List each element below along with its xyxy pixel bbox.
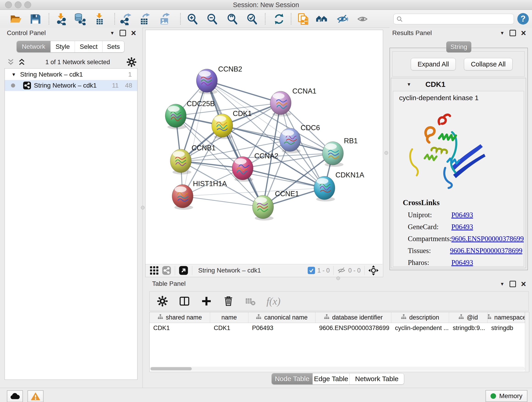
column-header-name[interactable]: name — [210, 312, 248, 323]
first-neighbors-button[interactable] — [315, 13, 328, 26]
memory-button[interactable]: Memory — [486, 390, 527, 402]
table-cell[interactable]: cyclin-dependent ... — [391, 323, 449, 333]
selected-checkbox[interactable] — [308, 267, 315, 274]
table-horizontal-scrollbar[interactable] — [150, 367, 525, 371]
panel-divider-handle[interactable] — [336, 276, 340, 280]
export-network-button[interactable] — [120, 13, 133, 26]
scrollbar-thumb[interactable] — [151, 367, 192, 370]
delete-table-button[interactable] — [244, 295, 256, 307]
column-type-icon — [324, 314, 329, 321]
collapse-all-button[interactable]: Collapse All — [464, 58, 513, 70]
column-header-@id[interactable]: @id — [449, 312, 488, 323]
network-canvas[interactable]: CCNB2CCNA1CDC25BCDK1CDC6RB1CCNB1CCNA2CDK… — [146, 30, 382, 264]
column-header-shared-name[interactable]: shared name — [150, 312, 210, 323]
table-panel-float-icon[interactable] — [510, 281, 516, 287]
zoom-out-button[interactable] — [206, 13, 219, 26]
search-input[interactable] — [405, 15, 511, 23]
statusbar-separator — [192, 266, 192, 275]
expand-all-chevron-icon[interactable] — [18, 58, 26, 66]
table-cell[interactable]: stringdb:9... — [449, 323, 488, 333]
tab-network-table[interactable]: Network Table — [349, 373, 404, 384]
network-node-CCNE1[interactable]: CCNE1 — [253, 190, 299, 220]
expand-all-button[interactable]: Expand All — [411, 58, 456, 70]
crosslink-link[interactable]: P06493 — [451, 211, 473, 219]
duplicate-network-button[interactable] — [297, 13, 310, 26]
network-node-HIST1H1A[interactable]: HIST1H1A — [172, 180, 227, 210]
import-network-from-database-button[interactable] — [73, 13, 86, 26]
fit-crosshair-icon[interactable] — [368, 265, 379, 276]
table-cell[interactable]: CDK1 — [150, 323, 210, 333]
network-node-RB1[interactable]: RB1 — [322, 137, 358, 167]
column-header-canonical-name[interactable]: canonical name — [248, 312, 316, 323]
network-node-CCNA2[interactable]: CCNA2 — [232, 152, 278, 182]
control-panel-menu-icon[interactable]: ▼ — [110, 31, 114, 35]
network-node-CDKN1A[interactable]: CDKN1A — [314, 171, 364, 201]
apply-style-refresh-button[interactable] — [273, 13, 285, 26]
gene-entry-header[interactable]: ▼ CDK1 — [391, 78, 526, 90]
function-builder-button[interactable]: f(x) — [266, 295, 280, 307]
network-node-CDC25B[interactable]: CDC25B — [165, 100, 215, 129]
zoom-selected-button[interactable] — [246, 13, 259, 26]
results-panel-menu-icon[interactable]: ▼ — [500, 31, 505, 35]
crosslink-link[interactable]: P06493 — [451, 223, 473, 231]
column-header-description[interactable]: description — [391, 312, 449, 323]
grid-view-icon[interactable] — [150, 266, 159, 275]
panel-divider-handle[interactable] — [385, 151, 388, 155]
table-cell[interactable]: CDK1 — [210, 323, 248, 333]
gene-description: cyclin-dependent kinase 1 — [399, 94, 479, 102]
network-options-gear-icon[interactable] — [127, 57, 137, 67]
export-table-button[interactable] — [138, 13, 151, 26]
table-vertical-scrollbar[interactable] — [525, 312, 529, 371]
show-columns-button[interactable] — [178, 295, 190, 307]
column-header-database-identifier[interactable]: database identifier — [316, 312, 391, 323]
string-network-icon — [23, 81, 31, 89]
tab-network[interactable]: Network — [17, 41, 51, 52]
table-options-button[interactable] — [157, 295, 168, 307]
create-column-button[interactable] — [201, 295, 212, 307]
hide-selected-button[interactable] — [336, 13, 349, 26]
birdseye-view-icon[interactable] — [179, 266, 188, 275]
results-panel-close-icon[interactable]: × — [521, 31, 526, 36]
gene-collapse-icon[interactable]: ▼ — [407, 82, 411, 87]
network-node-CCNA1[interactable]: CCNA1 — [270, 87, 317, 116]
show-all-button[interactable] — [356, 13, 369, 26]
search-box[interactable] — [393, 14, 514, 24]
table-cell[interactable]: P06493 — [248, 323, 316, 333]
open-session-button[interactable] — [9, 13, 22, 26]
save-session-button[interactable] — [29, 13, 42, 26]
panel-divider-handle[interactable] — [141, 206, 145, 210]
import-network-button[interactable] — [55, 13, 68, 26]
table-row[interactable]: CDK1CDK1P064939606.ENSP00000378699cyclin… — [150, 323, 525, 333]
column-header-namespace[interactable]: namespace — [488, 312, 525, 323]
table-panel-close-icon[interactable]: × — [521, 281, 526, 287]
crosslink-link[interactable]: P06493 — [451, 259, 473, 267]
collapse-all-chevron-icon[interactable] — [7, 58, 15, 66]
column-label: database identifier — [332, 314, 383, 321]
zoom-fit-button[interactable] — [226, 13, 239, 26]
table-cell[interactable]: stringdb — [488, 323, 525, 333]
control-panel-float-icon[interactable] — [120, 30, 126, 36]
tab-string[interactable]: String — [446, 41, 471, 52]
results-panel-float-icon[interactable] — [510, 30, 516, 36]
warnings-button[interactable] — [27, 390, 44, 402]
table-panel-menu-icon[interactable]: ▼ — [500, 282, 505, 286]
tab-edge-table[interactable]: Edge Table — [312, 373, 349, 384]
crosslink-link[interactable]: 9606.ENSP00000378699 — [451, 235, 524, 243]
delete-column-button[interactable] — [222, 295, 234, 307]
import-table-button[interactable] — [93, 13, 106, 26]
tab-node-table[interactable]: Node Table — [272, 373, 312, 384]
tab-style[interactable]: Style — [51, 41, 75, 52]
crosslink-link[interactable]: 9606.ENSP00000378699 — [450, 247, 522, 255]
network-row[interactable]: String Network – cdk1 11 48 — [5, 80, 137, 91]
collection-expand-icon[interactable]: ▼ — [12, 72, 16, 77]
zoom-in-button[interactable] — [186, 13, 199, 26]
control-panel-close-icon[interactable]: × — [131, 31, 136, 36]
network-collection-row[interactable]: ▼ String Network – cdk1 1 — [5, 69, 137, 80]
network-type-icon[interactable] — [162, 266, 171, 275]
cloud-status-button[interactable] — [7, 390, 23, 402]
export-image-button[interactable] — [158, 13, 171, 26]
tab-sets[interactable]: Sets — [102, 41, 124, 52]
help-button[interactable]: ? — [517, 13, 529, 25]
table-cell[interactable]: 9606.ENSP00000378699 — [316, 323, 391, 333]
tab-select[interactable]: Select — [75, 41, 102, 52]
